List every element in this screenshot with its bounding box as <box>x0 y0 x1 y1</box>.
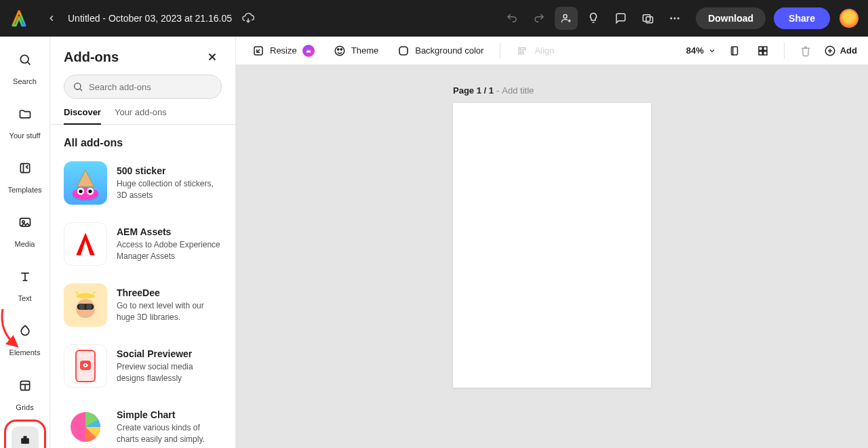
addons-tabs: Discover Your add-ons <box>50 99 235 125</box>
delete-page-button[interactable] <box>795 41 816 61</box>
svg-point-22 <box>86 304 92 310</box>
more-icon[interactable] <box>663 7 686 30</box>
tab-discover[interactable]: Discover <box>64 107 101 124</box>
user-avatar[interactable] <box>840 9 859 28</box>
search-icon <box>12 46 39 73</box>
download-button[interactable]: Download <box>696 7 766 29</box>
media-icon <box>12 209 39 236</box>
addons-panel-title: Add-ons <box>64 49 119 65</box>
addon-thumb-threedee <box>64 283 107 327</box>
addon-name: Simple Chart <box>117 409 222 420</box>
zoom-dropdown[interactable]: 84% <box>686 45 716 56</box>
separator <box>500 43 500 59</box>
svg-point-25 <box>335 46 344 56</box>
addon-name: AEM Assets <box>117 226 222 237</box>
hint-icon[interactable] <box>582 7 605 30</box>
premium-badge-icon <box>302 45 315 57</box>
addon-thumb-aem-assets <box>64 222 107 266</box>
addon-row[interactable]: ThreeDee Go to next level with our huge … <box>60 278 226 332</box>
tab-your-addons[interactable]: Your add-ons <box>115 107 167 124</box>
page-indicator[interactable]: Page 1 / 1 - Add title <box>453 85 651 96</box>
addon-row[interactable]: Social Previewer Preview social media de… <box>60 339 226 393</box>
rail-media[interactable]: Media <box>5 209 45 248</box>
grid-view-button[interactable] <box>753 41 773 61</box>
canvas-toolstrip: Resize Theme Background color Align 84% <box>236 37 868 65</box>
rail-grids[interactable]: Grids <box>5 372 45 411</box>
canvas-area: Resize Theme Background color Align 84% <box>236 37 868 448</box>
addon-row[interactable]: 500 sticker Huge collection of stickers,… <box>60 156 226 210</box>
share-button[interactable]: Share <box>774 7 830 29</box>
folder-icon <box>12 100 39 127</box>
rail-text[interactable]: Text <box>5 263 45 302</box>
text-icon <box>12 263 39 290</box>
addon-row[interactable]: Simple Chart Create various kinds of cha… <box>60 400 226 448</box>
bgcolor-label: Background color <box>415 45 484 56</box>
addon-desc: Preview social media designs flawlessly <box>117 361 222 383</box>
rail-your-stuff[interactable]: Your stuff <box>5 100 45 140</box>
present-icon[interactable] <box>636 7 659 30</box>
rail-label: Templates <box>7 186 41 194</box>
search-icon <box>73 81 83 92</box>
svg-point-21 <box>79 304 85 310</box>
svg-rect-29 <box>521 47 526 49</box>
resize-button[interactable]: Resize <box>247 42 320 60</box>
add-page-button[interactable]: Add <box>824 45 857 57</box>
addon-thumb-500-sticker <box>64 161 107 205</box>
chevron-down-icon <box>708 47 716 55</box>
svg-rect-31 <box>731 47 737 55</box>
undo-button[interactable] <box>500 7 524 30</box>
svg-rect-7 <box>20 164 29 173</box>
svg-rect-2 <box>646 17 653 23</box>
addon-name: ThreeDee <box>117 287 222 298</box>
align-label: Align <box>534 45 554 56</box>
page-sep: - <box>496 85 499 96</box>
align-button: Align <box>511 42 559 60</box>
pages-view-button[interactable] <box>724 41 745 61</box>
addon-thumb-simple-chart <box>64 405 107 448</box>
rail-templates[interactable]: Templates <box>5 155 45 194</box>
canvas-page[interactable] <box>453 103 651 388</box>
back-button[interactable] <box>41 7 62 29</box>
svg-rect-30 <box>521 52 524 54</box>
comment-icon[interactable] <box>609 7 632 30</box>
separator <box>784 43 785 59</box>
invite-icon[interactable] <box>555 7 578 30</box>
close-panel-button[interactable] <box>203 47 222 66</box>
redo-button[interactable] <box>528 7 551 30</box>
rail-label: Elements <box>9 348 41 357</box>
rail-label: Search <box>13 77 37 85</box>
plus-circle-icon <box>824 45 836 57</box>
svg-marker-13 <box>77 170 94 187</box>
svg-rect-32 <box>759 47 762 50</box>
svg-point-17 <box>79 190 82 193</box>
svg-point-0 <box>564 14 567 18</box>
cloud-sync-icon[interactable] <box>241 12 255 25</box>
page-number: Page 1 / 1 <box>453 85 494 96</box>
rail-label: Grids <box>16 403 33 411</box>
bgcolor-button[interactable]: Background color <box>392 42 489 60</box>
addons-list[interactable]: 500 sticker Huge collection of stickers,… <box>50 156 235 448</box>
rail-search[interactable]: Search <box>5 46 45 85</box>
theme-label: Theme <box>351 45 378 56</box>
theme-button[interactable]: Theme <box>328 42 384 60</box>
elements-icon <box>12 317 39 344</box>
svg-point-26 <box>337 48 338 49</box>
resize-icon <box>252 45 264 57</box>
addons-search-input[interactable] <box>89 82 213 92</box>
templates-icon <box>12 155 39 182</box>
addons-search-box[interactable] <box>64 75 222 99</box>
rail-label: Media <box>15 240 35 248</box>
addon-thumb-social-previewer <box>64 344 107 388</box>
addon-name: Social Previewer <box>117 348 222 359</box>
rail-elements[interactable]: Elements <box>5 317 45 357</box>
adobe-express-logo[interactable] <box>9 9 28 28</box>
rail-label: Text <box>18 294 31 302</box>
canvas-viewport[interactable]: Page 1 / 1 - Add title <box>236 65 868 448</box>
page-title-hint: Add title <box>502 85 534 96</box>
resize-label: Resize <box>270 45 297 56</box>
rail-addons[interactable]: Add-ons <box>5 426 45 448</box>
addon-row[interactable]: AEM Assets Access to Adobe Experience Ma… <box>60 217 226 271</box>
theme-icon <box>334 45 346 57</box>
svg-rect-33 <box>763 47 766 50</box>
document-title[interactable]: Untitled - October 03, 2023 at 21.16.05 <box>68 13 232 24</box>
